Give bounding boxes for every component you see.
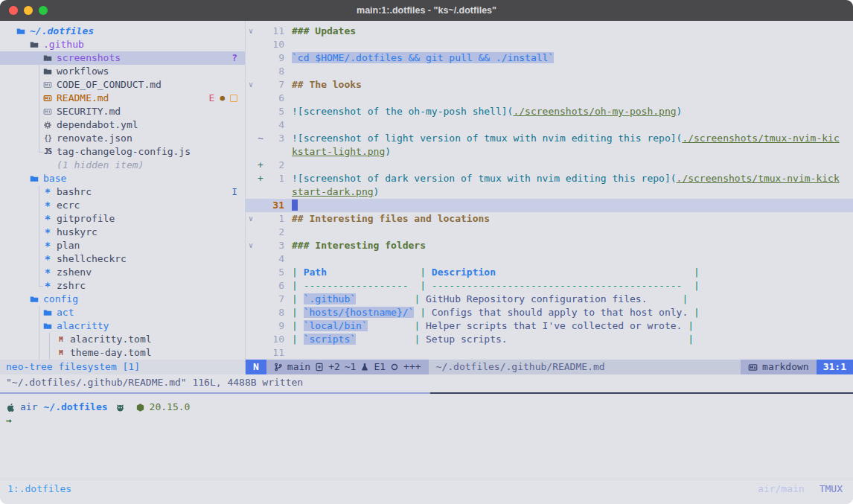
tree-item-gitprofile[interactable]: *gitprofile xyxy=(0,212,245,226)
folder-icon xyxy=(15,27,27,36)
mode-indicator: N xyxy=(246,360,266,374)
node-icon xyxy=(135,403,145,412)
editor-line[interactable]: 8| `hosts/{hostname}/` | Configs that sh… xyxy=(246,306,853,319)
editor-line[interactable]: 6| ------------------ | ----------------… xyxy=(246,279,853,293)
tree-item-badges: I xyxy=(231,185,237,199)
editor-line[interactable]: 5| Path | Description | xyxy=(246,266,853,279)
editor-line[interactable]: ∨3### Interesting folders xyxy=(246,239,853,252)
tree-item-label: README.md xyxy=(57,92,109,105)
fold-marker xyxy=(246,333,256,346)
git-sign: + xyxy=(256,172,265,185)
filetype: markdown xyxy=(762,360,809,374)
tree-item-plan[interactable]: *plan xyxy=(0,239,245,252)
tree-item-alacritty.toml[interactable]: Malacritty.toml xyxy=(0,333,245,346)
editor-line[interactable]: 7| `.github` | GitHub Repository configu… xyxy=(246,293,853,306)
line-text: ## Interesting files and locations xyxy=(292,212,490,226)
node-version: 20.15.0 xyxy=(150,401,191,414)
tree-item-readme.md[interactable]: README.mdE● xyxy=(0,92,245,105)
editor-line[interactable]: kstart-light.png) xyxy=(246,145,853,159)
editor-line[interactable]: ∨7## The looks xyxy=(246,78,853,92)
editor-line[interactable]: ~3![screenshot of light version of tmux … xyxy=(246,132,853,145)
lualine-statusline: N main+2~1E1+++ ~/.dotfiles/.github/READ… xyxy=(246,360,853,374)
editor-line[interactable]: ∨1## Interesting files and locations xyxy=(246,212,853,226)
editor-buffer[interactable]: ∨11### Updates109`cd $HOME/.dotfiles && … xyxy=(246,21,853,360)
editor-line[interactable]: 5![screenshot of the oh-my-posh shell](.… xyxy=(246,105,853,118)
fold-marker[interactable]: ∨ xyxy=(246,78,256,92)
line-number: 3 xyxy=(265,132,284,145)
tree-item-zshenv[interactable]: *zshenv xyxy=(0,266,245,279)
editor-line[interactable]: 4 xyxy=(246,118,853,132)
neotree-statusline: neo-tree filesystem [1] xyxy=(0,360,246,374)
tree-item-tag-changelog-config.js[interactable]: JStag-changelog-config.js xyxy=(0,145,245,159)
tree-item--1-hidden-item-[interactable]: (1 hidden item) xyxy=(0,159,245,172)
editor-line[interactable]: start-dark.png) xyxy=(246,185,853,199)
fold-marker[interactable]: ∨ xyxy=(246,25,256,38)
tree-item-act[interactable]: act xyxy=(0,306,245,319)
editor-line[interactable]: 10 xyxy=(246,38,853,51)
editor-line[interactable]: 10| `scripts` | Setup scripts. | xyxy=(246,333,853,346)
statusline-extra: +++ xyxy=(403,360,421,374)
tree-item-alacritty[interactable]: alacritty xyxy=(0,319,245,333)
github-icon xyxy=(115,403,125,412)
line-text: | Path | Description | xyxy=(292,266,700,279)
flask-icon xyxy=(360,363,369,371)
fold-marker[interactable]: ∨ xyxy=(246,212,256,226)
git-sign xyxy=(256,346,265,360)
editor-line[interactable]: ∨11### Updates xyxy=(246,25,853,38)
javascript-icon: JS xyxy=(42,145,54,159)
editor-line[interactable]: +2 xyxy=(246,159,853,172)
line-number: 5 xyxy=(265,105,284,118)
editor-line[interactable]: 4 xyxy=(246,252,853,266)
tree-item-ecrc[interactable]: *ecrc xyxy=(0,199,245,212)
git-sign xyxy=(256,38,265,51)
tmux-pane-divider[interactable] xyxy=(0,392,853,394)
tree-item-label: gitprofile xyxy=(57,212,115,226)
tree-item-security.md[interactable]: SECURITY.md xyxy=(0,105,245,118)
editor-line[interactable]: 8 xyxy=(246,65,853,78)
fold-marker xyxy=(246,51,256,65)
git-sign xyxy=(256,92,265,105)
tree-item-zshrc[interactable]: *zshrc xyxy=(0,279,245,293)
tree-item-shellcheckrc[interactable]: *shellcheckrc xyxy=(0,252,245,266)
shell-pane[interactable]: air ~/.dotfiles 20.15.0 → xyxy=(0,394,853,479)
editor-line[interactable]: 11 xyxy=(246,346,853,360)
cursor-block xyxy=(292,200,298,211)
toml-icon: M xyxy=(55,333,67,346)
tree-item-label: (1 hidden item) xyxy=(57,159,144,172)
git-sign xyxy=(256,118,265,132)
tree-item-code-of-conduct.md[interactable]: CODE_OF_CONDUCT.md xyxy=(0,78,245,92)
git-sign xyxy=(256,306,265,319)
git-sign: ~ xyxy=(256,132,265,145)
editor-line[interactable]: 2 xyxy=(246,226,853,239)
line-number: 11 xyxy=(265,25,284,38)
fold-marker[interactable]: ∨ xyxy=(246,239,256,252)
tree-item-config[interactable]: config xyxy=(0,293,245,306)
tree-item-.github[interactable]: .github xyxy=(0,38,245,51)
editor-line[interactable]: 6 xyxy=(246,92,853,105)
folder-icon xyxy=(28,295,40,304)
tree-item-screenshots[interactable]: screenshots? xyxy=(0,51,245,65)
tree-item-dependabot.yml[interactable]: dependabot.yml xyxy=(0,118,245,132)
tree-item-huskyrc[interactable]: *huskyrc xyxy=(0,226,245,239)
editor-line[interactable]: +1![screenshot of dark version of tmux w… xyxy=(246,172,853,185)
editor-cursor-line[interactable]: 31 xyxy=(246,199,853,212)
file-path: ~/.dotfiles/.github/README.md xyxy=(429,360,741,374)
editor-line[interactable]: 9| `local/bin` | Helper scripts that I'v… xyxy=(246,319,853,333)
prompt-cwd: ~/.dotfiles xyxy=(43,401,107,414)
shell-prompt: air ~/.dotfiles 20.15.0 xyxy=(6,401,847,414)
file-tree[interactable]: ~/.dotfiles.githubscreenshots?workflowsC… xyxy=(0,21,246,360)
line-text: ![screenshot of light version of tmux wi… xyxy=(292,132,840,145)
tree-item-workflows[interactable]: workflows xyxy=(0,65,245,78)
line-number: 5 xyxy=(265,266,284,279)
git-sign xyxy=(256,65,265,78)
tree-item-renovate.json[interactable]: {}renovate.json xyxy=(0,132,245,145)
shellrc-icon: * xyxy=(42,229,54,236)
editor-line[interactable]: 9`cd $HOME/.dotfiles && git pull && ./in… xyxy=(246,51,853,65)
tree-item-bashrc[interactable]: *bashrcI xyxy=(0,185,245,199)
fold-marker xyxy=(246,185,256,199)
tree-item-theme-day.toml[interactable]: Mtheme-day.toml xyxy=(0,346,245,360)
shellrc-icon: * xyxy=(42,202,54,209)
tmux-window-tab[interactable]: 1:.dotfiles xyxy=(7,483,71,494)
tree-item-base[interactable]: base xyxy=(0,172,245,185)
tree-item--.dotfiles[interactable]: ~/.dotfiles xyxy=(0,25,245,38)
